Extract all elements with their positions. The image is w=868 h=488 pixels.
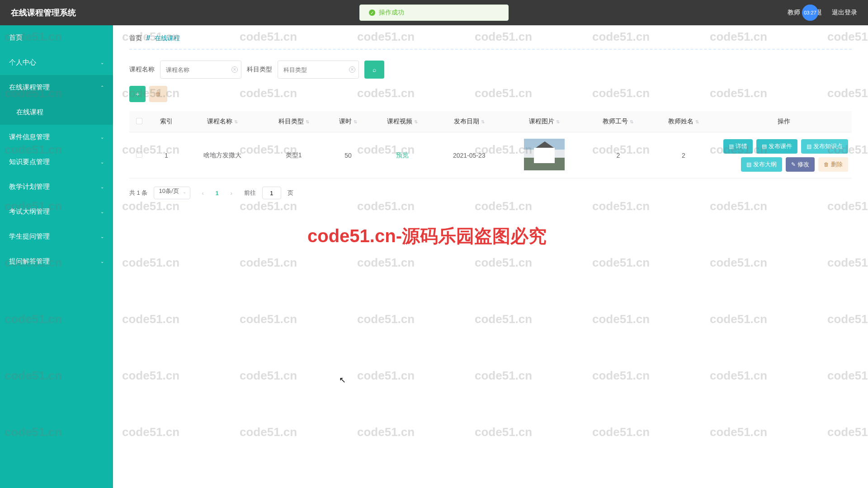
col-tname[interactable]: 教师姓名⇅ (651, 111, 716, 132)
pager-total: 共 1 条 (129, 189, 147, 197)
col-index[interactable]: 索引 (149, 111, 184, 132)
goto-label: 前往 (244, 189, 256, 197)
sort-icon: ⇅ (306, 119, 309, 124)
plus-icon: + (136, 90, 139, 98)
sidebar-item-teaching-plan[interactable]: 教学计划管理 ⌄ (0, 174, 113, 199)
table-header-row: 索引 课程名称⇅ 科目类型⇅ 课时⇅ 课程视频⇅ 发布日期⇅ 课程图片⇅ 教师工… (129, 111, 852, 132)
sidebar-item-course-mgmt[interactable]: 在线课程管理 ⌃ (0, 75, 113, 100)
chevron-down-icon: ⌄ (100, 209, 104, 214)
sidebar-item-knowledge[interactable]: 知识要点管理 ⌄ (0, 150, 113, 174)
col-name[interactable]: 课程名称⇅ (184, 111, 261, 132)
col-image[interactable]: 课程图片⇅ (503, 111, 585, 132)
pagination: 共 1 条 10条/页 ⌄ ‹ 1 › 前往 页 (129, 178, 852, 207)
topbar-right: 教师 2 退 退出登录 (788, 9, 857, 17)
sidebar-item-student-question[interactable]: 学生提问管理 ⌄ (0, 224, 113, 249)
chevron-down-icon: ⌄ (100, 135, 104, 140)
sort-icon: ⇅ (234, 119, 238, 124)
delete-button[interactable]: 🗑删除 (818, 157, 848, 172)
toast-text: 操作成功 (379, 9, 404, 17)
add-button[interactable]: + (129, 86, 146, 102)
success-toast: ✓ 操作成功 (359, 5, 509, 21)
sidebar-item-online-course[interactable]: 在线课程 (0, 100, 113, 125)
logout-link[interactable]: 退出登录 (832, 9, 857, 17)
publish-courseware-button[interactable]: ▤发布课件 (756, 139, 797, 154)
doc-icon: ▤ (729, 143, 734, 150)
cell-index: 1 (149, 132, 184, 178)
bulk-actions: + 🗑 (129, 86, 852, 102)
publish-knowledge-button[interactable]: ▤发布知识点 (801, 139, 848, 154)
chevron-down-icon: ⌄ (100, 259, 104, 264)
sidebar-item-personal[interactable]: 个人中心 ⌄ (0, 50, 113, 75)
filter-name-select[interactable]: × (160, 61, 241, 79)
clear-icon[interactable]: × (349, 66, 355, 73)
sort-icon: ⇅ (414, 119, 418, 124)
edit-button[interactable]: ✎修改 (786, 157, 815, 172)
detail-button[interactable]: ▤详情 (723, 139, 753, 154)
sort-icon: ⇅ (630, 119, 633, 124)
filter-type-select[interactable]: × (278, 61, 359, 79)
sidebar-item-exam-outline[interactable]: 考试大纲管理 ⌄ (0, 199, 113, 224)
sidebar-item-question-answer[interactable]: 提问解答管理 ⌄ (0, 249, 113, 274)
row-checkbox[interactable] (136, 151, 142, 158)
edit-icon: ✎ (791, 161, 796, 168)
page-number[interactable]: 1 (216, 190, 219, 197)
sidebar: 首页 个人中心 ⌄ 在线课程管理 ⌃ 在线课程 课件信息管理 ⌄ 知识要点管理 … (0, 25, 113, 488)
sidebar-item-label: 个人中心 (9, 58, 36, 67)
success-icon: ✓ (369, 9, 375, 16)
prev-page-button[interactable]: ‹ (197, 187, 209, 199)
sidebar-item-label: 知识要点管理 (9, 158, 50, 166)
course-thumbnail[interactable] (524, 139, 565, 170)
chevron-up-icon: ⌃ (100, 85, 104, 90)
sidebar-item-courseware[interactable]: 课件信息管理 ⌄ (0, 125, 113, 150)
sidebar-item-label: 考试大纲管理 (9, 207, 50, 216)
breadcrumb-current: 在线课程 (155, 34, 180, 42)
trash-icon: 🗑 (156, 91, 161, 97)
chevron-down-icon: ⌄ (100, 234, 104, 239)
main-content: 首页 // 在线课程 课程名称 × 科目类型 × ⌕ + 🗑 (113, 25, 868, 488)
col-video[interactable]: 课程视频⇅ (370, 111, 435, 132)
doc-icon: ▤ (762, 143, 767, 150)
col-tid[interactable]: 教师工号⇅ (585, 111, 651, 132)
row-ops: ▤详情 ▤发布课件 ▤发布知识点 ▤发布大纲 ✎修改 🗑删除 (720, 139, 848, 172)
doc-icon: ▤ (807, 143, 811, 150)
chevron-down-icon: ⌄ (100, 60, 104, 65)
select-all-checkbox[interactable] (136, 118, 142, 124)
col-date[interactable]: 发布日期⇅ (435, 111, 503, 132)
sidebar-item-label: 首页 (9, 33, 23, 42)
chevron-down-icon: ⌄ (183, 189, 186, 194)
chevron-down-icon: ⌄ (100, 184, 104, 189)
course-table: 索引 课程名称⇅ 科目类型⇅ 课时⇅ 课程视频⇅ 发布日期⇅ 课程图片⇅ 教师工… (129, 111, 852, 178)
time-badge: 03:27 (802, 5, 818, 21)
sidebar-item-label: 在线课程管理 (9, 83, 50, 92)
filter-name-input[interactable] (160, 61, 241, 79)
filter-type-input[interactable] (278, 61, 359, 79)
sidebar-item-label: 课件信息管理 (9, 133, 50, 141)
breadcrumb-sep: // (146, 34, 150, 42)
sidebar-item-label: 提问解答管理 (9, 257, 50, 266)
clear-icon[interactable]: × (231, 66, 238, 73)
page-size-select[interactable]: 10条/页 ⌄ (154, 187, 190, 199)
sort-icon: ⇅ (354, 119, 357, 124)
table-row: 1 啥地方发撒大 类型1 50 预览 2021-05-23 2 2 ▤详情 ▤发… (129, 132, 852, 178)
cell-tname: 2 (651, 132, 716, 178)
col-hours[interactable]: 课时⇅ (326, 111, 370, 132)
next-page-button[interactable]: › (225, 187, 238, 199)
sort-icon: ⇅ (695, 119, 699, 124)
sort-icon: ⇅ (481, 119, 485, 124)
breadcrumb-home[interactable]: 首页 (129, 34, 142, 42)
sidebar-item-home[interactable]: 首页 (0, 25, 113, 50)
trash-icon: 🗑 (824, 161, 829, 168)
search-button[interactable]: ⌕ (364, 61, 384, 79)
video-preview-link[interactable]: 预览 (396, 151, 409, 159)
cell-tid: 2 (585, 132, 651, 178)
col-type[interactable]: 科目类型⇅ (261, 111, 326, 132)
goto-page-input[interactable] (262, 187, 281, 199)
publish-outline-button[interactable]: ▤发布大纲 (741, 157, 782, 172)
sidebar-item-label: 教学计划管理 (9, 183, 50, 191)
cell-type: 类型1 (261, 132, 326, 178)
chevron-down-icon: ⌄ (100, 160, 104, 164)
bulk-delete-button[interactable]: 🗑 (149, 86, 167, 102)
doc-icon: ▤ (746, 161, 751, 168)
sidebar-item-label: 在线课程 (16, 108, 43, 117)
breadcrumb: 首页 // 在线课程 (129, 25, 852, 50)
